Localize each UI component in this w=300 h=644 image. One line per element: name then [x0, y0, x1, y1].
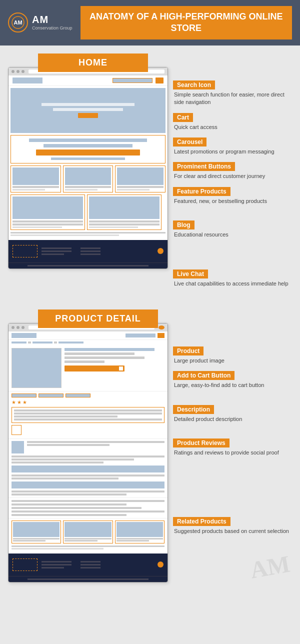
crumb-sep-1: [28, 342, 31, 344]
pd-tab-row: [12, 394, 164, 398]
anno-desc-prominent: For clear and direct customer journey: [173, 172, 292, 180]
review-bg-2: [12, 482, 164, 488]
blog-extra-line-1: [10, 232, 166, 234]
product-card-1: [10, 166, 61, 192]
anno-desc-carousel: Latest promotions or program messaging: [173, 148, 292, 156]
blog-card-1: [10, 194, 85, 230]
mock-search-bar: [112, 78, 152, 83]
home-mockup-col: [8, 67, 168, 269]
review-extra-2: [12, 458, 134, 460]
header: AM AM Conservation Group ANATOMY OF A HI…: [0, 0, 300, 46]
pd-reviews-area: [8, 438, 168, 498]
crumb-sep-2: [54, 342, 57, 344]
pd-cart: [158, 333, 164, 338]
extra-5: [12, 514, 126, 516]
pd-related-products: [8, 518, 168, 554]
blog-img-1: [12, 196, 83, 219]
home-annotations-col: Search Icon Simple search function for e…: [173, 67, 292, 294]
pd-desc-box: [12, 407, 164, 423]
review-extra-5: [12, 478, 118, 480]
home-section: HOME: [0, 46, 300, 302]
pd-desc-checkbox: [12, 425, 22, 435]
anno-product: Product Large product image: [173, 346, 292, 364]
pd-title-line-2: [64, 352, 134, 355]
pd-description-area: ★ ★ ★: [8, 391, 168, 438]
desc-line-2: [14, 412, 162, 414]
blog-img-2: [89, 196, 160, 219]
crumb-1: [12, 342, 26, 344]
pd-full-row: ★ ★ ★: [8, 323, 292, 582]
browser-dot-2: [16, 70, 20, 73]
svg-text:AM: AM: [14, 20, 22, 26]
crumb-3: [58, 342, 84, 344]
extra-4: [12, 510, 164, 512]
reviews-extra-2: [12, 474, 164, 480]
product-img-3: [117, 168, 164, 185]
extra-2: [12, 504, 126, 506]
blog-text-5: [89, 224, 160, 226]
review-avatar-1: [12, 441, 24, 454]
browser-dot-1: [12, 70, 14, 73]
pd-main-area: [8, 345, 168, 391]
pd-dot-3: [22, 326, 24, 329]
review-extra-6: [12, 490, 164, 492]
anno-desc-description: Detailed product description: [173, 416, 292, 423]
anno-desc-addtocart: Large, easy-to-find add to cart button: [173, 382, 292, 389]
related-img-1: [13, 522, 60, 537]
star-2: ★: [17, 400, 22, 405]
related-extra-1: [12, 546, 164, 547]
related-text-5: [116, 538, 163, 540]
desc-line-1: [14, 410, 162, 412]
pd-product-info: [64, 348, 164, 388]
anno-search-icon: Search Icon Simple search function for e…: [173, 80, 292, 106]
pd-tab-2: [38, 394, 64, 398]
header-title: ANATOMY OF A HIGH-PERFORMING ONLINE STOR…: [80, 6, 292, 40]
pd-mockup-col: ★ ★ ★: [8, 323, 168, 582]
review-extra-7: [12, 494, 126, 496]
footer-menu-2: [80, 250, 100, 252]
reviews-extra: [12, 456, 164, 464]
footer-menu: [80, 248, 100, 255]
blog-text-4: [89, 220, 160, 222]
logo-circle: AM: [8, 12, 28, 32]
extra-1: [12, 500, 164, 502]
promo-sub-text: [51, 158, 125, 160]
pd-desc-lines: [14, 410, 162, 420]
anno-blog: Blog Educational resources: [173, 220, 292, 238]
crumb-2: [32, 342, 52, 344]
review-bg-1: [12, 466, 164, 472]
blog-text-3: [12, 226, 62, 228]
product-text-6: [117, 189, 150, 190]
desc-line-3: [14, 416, 118, 418]
logo-text-group: AM Conservation Group: [32, 14, 72, 31]
product-detail-section: PRODUCT DETAIL: [0, 302, 300, 590]
product-img-2: [65, 168, 112, 185]
anno-desc-livechat: Live chat capabilities to access immedia…: [173, 280, 292, 288]
blog-text-6: [89, 226, 138, 228]
pd-nav-dot: [158, 326, 164, 330]
pd-annotations-col: Product Large product image Add to Cart …: [173, 323, 292, 542]
footer-bottom: [8, 262, 168, 268]
footer-bottom-line: [28, 265, 148, 266]
anno-label-features: Feature Products: [173, 187, 230, 196]
pd-dot-1: [12, 326, 14, 329]
related-text-1: [13, 538, 60, 540]
anno-prominent: Prominent Buttons For clear and direct c…: [173, 162, 292, 180]
anno-label-product: Product: [173, 346, 204, 356]
pd-search: [126, 334, 156, 338]
product-card-3: [115, 166, 166, 192]
pd-footer-line-3: [42, 567, 64, 568]
blog-card-2: [87, 194, 162, 230]
review-line-1b: [27, 444, 110, 446]
footer-logo: [12, 245, 38, 258]
review-content-1: [27, 441, 164, 446]
pd-stars: ★ ★ ★: [12, 400, 164, 405]
pd-footer-menu: [80, 561, 100, 568]
pd-add-to-cart-btn: [64, 366, 124, 372]
pd-footer-bottom: [8, 576, 168, 582]
anno-product-reviews: Product Reviews Ratings and reviews to p…: [173, 438, 292, 456]
mock-nav: [8, 76, 168, 86]
star-3: ★: [22, 400, 27, 405]
pd-footer: [8, 554, 168, 576]
blog-text-1: [12, 220, 83, 222]
